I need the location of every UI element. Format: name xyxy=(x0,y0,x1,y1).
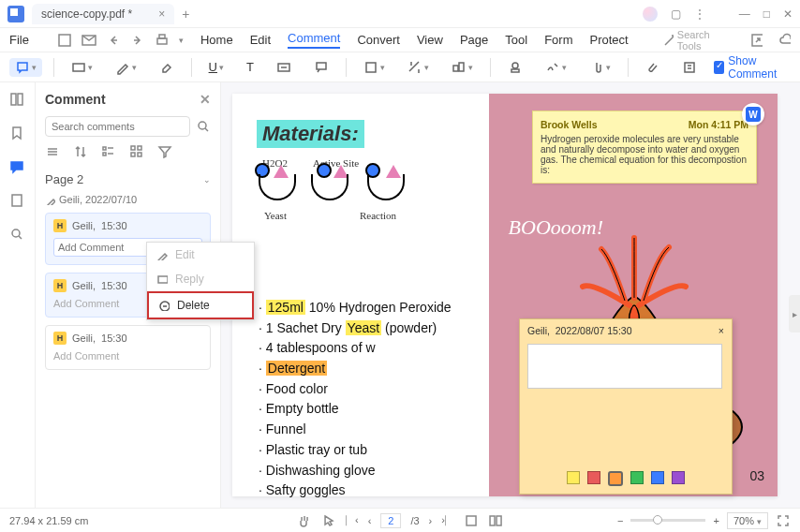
materials-list: · 125ml 10% Hydrogen Peroxide · 1 Sachet… xyxy=(259,298,452,501)
next-page-icon[interactable]: › xyxy=(429,515,433,526)
share-icon[interactable] xyxy=(750,33,762,48)
close-tab-icon[interactable]: × xyxy=(158,7,165,21)
comment-popup[interactable]: Geili, 2022/08/07 15:30 × xyxy=(519,318,733,495)
orb-icon[interactable] xyxy=(643,7,658,22)
popup-textarea[interactable] xyxy=(527,344,722,389)
filter-icon[interactable] xyxy=(157,144,172,159)
zoom-slider[interactable] xyxy=(630,519,705,522)
color-swatch[interactable] xyxy=(567,471,580,484)
shape-tool[interactable]: ▾ xyxy=(358,58,391,77)
close-panel-icon[interactable]: ✕ xyxy=(200,92,211,107)
page-label: Page 2 xyxy=(45,172,83,186)
color-swatch[interactable] xyxy=(672,471,685,484)
ctx-delete[interactable]: Delete xyxy=(147,291,254,319)
select-tool-icon[interactable] xyxy=(321,513,336,528)
popup-close-icon[interactable]: × xyxy=(719,325,724,336)
collapse-icon: ⌄ xyxy=(203,175,211,185)
file-menu[interactable]: File xyxy=(9,33,29,47)
find-icon[interactable] xyxy=(9,227,26,244)
expand-icon[interactable] xyxy=(45,144,60,159)
new-tab-button[interactable]: + xyxy=(182,7,189,22)
cloud-icon[interactable] xyxy=(779,33,791,48)
svg-rect-7 xyxy=(317,63,326,69)
ctx-reply: Reply xyxy=(147,267,254,291)
view-menu[interactable]: View xyxy=(417,33,443,47)
page-menu[interactable]: Page xyxy=(460,33,488,47)
typewriter-tool[interactable] xyxy=(271,58,297,77)
comment-menu[interactable]: Comment xyxy=(288,31,340,49)
grid-icon[interactable] xyxy=(129,144,144,159)
prev-page-icon[interactable]: ‹ xyxy=(368,515,372,526)
kebab-icon[interactable]: ⋮ xyxy=(694,7,705,21)
layout-icon[interactable] xyxy=(488,513,503,528)
more-tool[interactable] xyxy=(676,58,703,77)
signature-tool[interactable]: ▾ xyxy=(540,58,572,77)
save-icon[interactable] xyxy=(57,33,72,48)
print-icon[interactable] xyxy=(155,33,170,48)
show-comment-toggle[interactable]: Show Comment xyxy=(714,54,791,81)
textbox-tool[interactable]: ▾ xyxy=(66,58,98,77)
page-input[interactable] xyxy=(380,513,401,528)
pencil-icon xyxy=(45,195,55,205)
redo-icon[interactable] xyxy=(130,33,145,48)
zoom-out-icon[interactable]: − xyxy=(617,515,623,526)
protect-menu[interactable]: Protect xyxy=(589,33,628,47)
comment-panel-icon[interactable] xyxy=(9,159,26,176)
collapse-handle[interactable]: ▸ xyxy=(789,295,800,332)
zoom-value[interactable]: 70% ▾ xyxy=(727,512,768,529)
eraser-tool[interactable] xyxy=(154,58,180,77)
note-tool[interactable]: ▾ xyxy=(9,58,42,77)
comment-search-input[interactable] xyxy=(45,116,190,137)
page-section-header[interactable]: Page 2 ⌄ xyxy=(45,172,211,186)
comment-card[interactable]: HGeili,15:30 Add Comment xyxy=(45,325,211,370)
svg-rect-12 xyxy=(511,69,519,72)
edit-menu[interactable]: Edit xyxy=(250,33,271,47)
form-menu[interactable]: Form xyxy=(544,33,572,47)
convert-menu[interactable]: Convert xyxy=(357,33,400,47)
tool-menu[interactable]: Tool xyxy=(505,33,527,47)
pencil-tool[interactable]: ▾ xyxy=(110,58,142,77)
text-tool[interactable]: T xyxy=(241,58,259,76)
svg-rect-31 xyxy=(496,516,501,525)
print-dropdown-icon[interactable]: ▾ xyxy=(179,36,184,45)
bookmark-icon[interactable] xyxy=(9,126,26,142)
tray-icon[interactable]: ▢ xyxy=(671,7,681,21)
fullscreen-icon[interactable] xyxy=(776,513,791,528)
attachments-icon[interactable] xyxy=(9,193,26,210)
underline-tool[interactable]: U▾ xyxy=(203,58,230,76)
close-button[interactable]: ✕ xyxy=(783,7,793,21)
measure-tool[interactable]: ▾ xyxy=(402,58,435,77)
svg-rect-10 xyxy=(459,63,464,71)
last-page-icon[interactable]: ›⎸ xyxy=(441,514,454,526)
word-badge[interactable]: W xyxy=(742,103,764,126)
wand-icon xyxy=(662,33,674,48)
document-viewport[interactable]: Materials: H2O2 Active Site Yeast Reacti xyxy=(221,82,800,508)
thumbnails-icon[interactable] xyxy=(9,92,26,109)
hand-tool-icon[interactable] xyxy=(297,513,312,528)
sort-icon[interactable] xyxy=(73,144,88,159)
search-icon[interactable] xyxy=(196,119,211,134)
undo-icon[interactable] xyxy=(106,33,121,48)
minimize-button[interactable]: — xyxy=(739,7,750,21)
add-comment-placeholder[interactable]: Add Comment xyxy=(46,350,210,369)
color-swatch[interactable] xyxy=(630,471,644,484)
color-swatch[interactable] xyxy=(608,471,623,486)
fit-icon[interactable] xyxy=(464,513,479,528)
search-tools[interactable]: Search Tools xyxy=(662,29,723,52)
maximize-button[interactable]: □ xyxy=(763,7,770,21)
callout-tool[interactable] xyxy=(308,58,334,77)
mail-icon[interactable] xyxy=(81,33,96,48)
checklist-icon[interactable] xyxy=(101,144,116,159)
attach-tool[interactable]: ▾ xyxy=(584,58,616,77)
file-tab[interactable]: science-copy.pdf * × xyxy=(32,4,174,24)
zoom-in-icon[interactable]: + xyxy=(713,515,719,526)
home-menu[interactable]: Home xyxy=(200,33,233,47)
stamp-tool[interactable] xyxy=(502,58,528,77)
first-page-icon[interactable]: ⎸‹ xyxy=(346,514,359,526)
color-swatch[interactable] xyxy=(587,471,600,484)
sticky-note[interactable]: Brook WellsMon 4:11 PM Hydrogen peroxide… xyxy=(532,111,757,184)
area-tool[interactable]: ▾ xyxy=(446,58,479,77)
svg-rect-0 xyxy=(59,35,70,46)
clip-tool[interactable] xyxy=(639,58,665,77)
color-swatch[interactable] xyxy=(651,471,664,484)
